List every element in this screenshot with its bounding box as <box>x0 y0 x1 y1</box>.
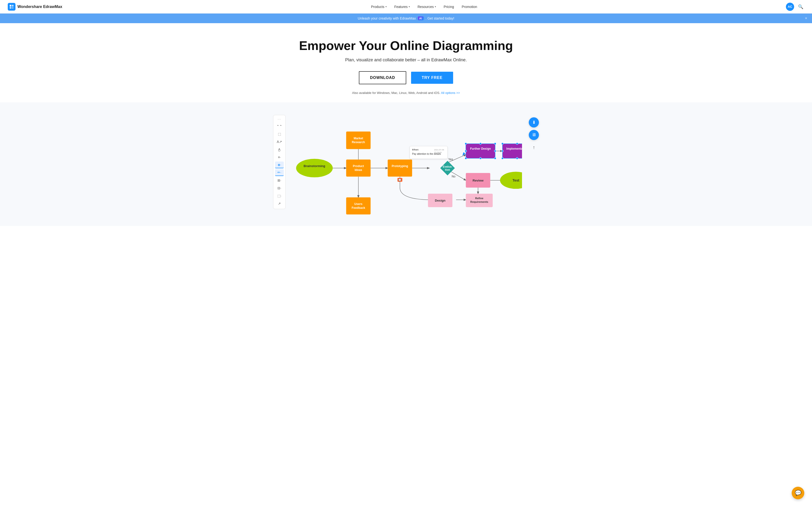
svg-text:💬: 💬 <box>398 178 401 181</box>
svg-text:Prototyping: Prototyping <box>392 164 408 168</box>
svg-text:Refine: Refine <box>475 196 483 200</box>
svg-text:Test: Test <box>513 178 519 182</box>
svg-text:Brainstorming: Brainstorming <box>304 164 325 168</box>
svg-rect-0 <box>10 5 11 6</box>
svg-text:Feedback: Feedback <box>352 206 365 210</box>
ai-badge: AI <box>418 16 424 20</box>
svg-text:Ideas: Ideas <box>355 168 362 172</box>
toolbar-format-btn[interactable]: A̲ <box>275 146 284 153</box>
hero-subtitle: Plan, visualize and collaborate better –… <box>8 57 804 62</box>
toolbar-list-btn[interactable]: ≡· <box>275 154 284 161</box>
nav-resources[interactable]: Resources ▾ <box>414 3 439 10</box>
scroll-up-button[interactable]: ↑ <box>529 143 539 153</box>
svg-text:Ethan:: Ethan: <box>412 149 419 151</box>
toolbar-select-btn[interactable]: ⬚ <box>275 131 284 137</box>
svg-rect-2 <box>10 7 11 9</box>
download-button[interactable]: DOWNLOAD <box>359 71 406 84</box>
nav-promotion[interactable]: Promotion <box>458 3 480 10</box>
svg-text:Market: Market <box>354 137 363 140</box>
svg-point-34 <box>479 157 481 159</box>
svg-text:Further Design: Further Design <box>470 147 491 151</box>
prototyping-node <box>388 160 412 177</box>
svg-point-42 <box>501 157 503 159</box>
market-research-node <box>346 131 370 149</box>
nav-pricing[interactable]: Pricing <box>440 3 457 10</box>
page-title: Empower Your Online Diagramming <box>8 39 804 53</box>
logo-text: Wondershare EdrawMax <box>17 5 62 9</box>
screen-action-button[interactable]: 🖥 <box>529 130 539 140</box>
svg-point-40 <box>501 150 503 152</box>
svg-point-32 <box>494 150 496 152</box>
chevron-down-icon: ▾ <box>435 5 436 8</box>
svg-text:Implementation: Implementation <box>506 147 522 151</box>
svg-point-35 <box>494 157 496 159</box>
logo[interactable]: Wondershare EdrawMax <box>8 3 62 11</box>
chevron-down-icon: ▾ <box>409 5 410 8</box>
svg-point-43 <box>516 157 518 159</box>
avatar[interactable]: AC <box>786 3 794 11</box>
banner-text-after: . Get started today! <box>425 16 454 20</box>
nav-links: Products ▾ Features ▾ Resources ▾ Pricin… <box>367 3 480 10</box>
svg-point-28 <box>465 143 467 145</box>
svg-text:Users: Users <box>354 202 362 206</box>
toolbar-pen-btn[interactable]: ✏· <box>275 169 284 176</box>
evaluation-node <box>440 161 455 175</box>
hero-buttons: DOWNLOAD TRY FREE <box>8 71 804 84</box>
nav-products[interactable]: Products ▾ <box>367 3 390 10</box>
svg-point-37 <box>501 143 503 145</box>
flowchart-svg: Yes No Brainstorming Market Research Pro… <box>290 110 522 216</box>
promo-banner: Unleash your creativity with EdrawMax AI… <box>0 13 812 23</box>
svg-text:Research: Research <box>352 140 365 144</box>
toolbar-text-btn[interactable]: A↗ <box>275 138 284 145</box>
svg-point-29 <box>479 143 481 145</box>
nav-right: AC 🔍 <box>786 3 804 11</box>
svg-text:Pay attention to the details: Pay attention to the details <box>412 152 441 155</box>
try-free-button[interactable]: TRY FREE <box>411 72 453 84</box>
hero-section: Empower Your Online Diagramming Plan, vi… <box>0 23 812 102</box>
right-action-buttons: ⬇ 🖥 ↑ <box>529 117 539 153</box>
svg-rect-1 <box>12 5 13 6</box>
toolbar-move-btn[interactable]: ⊞· <box>275 177 284 184</box>
product-ideas-node <box>346 160 370 177</box>
logo-icon <box>8 3 15 11</box>
toolbar-fill-btn[interactable]: ◈· <box>275 162 284 168</box>
svg-point-31 <box>465 150 467 152</box>
users-feedback-node <box>346 197 370 214</box>
svg-rect-3 <box>12 7 13 9</box>
availability-text: Also available for Windows, Mac, Linux, … <box>8 91 804 95</box>
svg-text:Product: Product <box>353 164 364 168</box>
svg-text:Design: Design <box>435 199 446 202</box>
implementation-node <box>502 144 522 158</box>
banner-close-button[interactable]: × <box>805 16 807 20</box>
toolbar-zoom-btn[interactable]: ⌃⌃ <box>275 123 284 130</box>
svg-point-33 <box>465 157 467 159</box>
nav-features[interactable]: Features ▾ <box>391 3 413 10</box>
banner-text-before: Unleash your creativity with EdrawMax <box>358 16 416 20</box>
diagram-section: ··· ⌃⌃ ⬚ A↗ A̲ ≡· ◈· ✏· ⊞· ⊟· ⬚· ↗ <box>0 102 812 226</box>
svg-text:tion: tion <box>445 168 450 171</box>
svg-point-38 <box>516 143 518 145</box>
further-design-node <box>466 144 495 158</box>
flowchart-canvas: Yes No Brainstorming Market Research Pro… <box>290 110 522 216</box>
all-options-link[interactable]: All options >> <box>441 91 460 95</box>
brainstorming-node <box>296 159 333 177</box>
svg-text:2021-07-09: 2021-07-09 <box>434 149 444 151</box>
svg-text:Evalua-: Evalua- <box>443 165 452 168</box>
toolbar-dots: ··· <box>278 117 281 121</box>
search-icon[interactable]: 🔍 <box>797 3 804 10</box>
svg-text:Requirements: Requirements <box>470 201 488 203</box>
left-toolbar: ··· ⌃⌃ ⬚ A↗ A̲ ≡· ◈· ✏· ⊞· ⊟· ⬚· ↗ <box>273 115 286 209</box>
toolbar-export-btn[interactable]: ↗ <box>275 200 284 207</box>
chevron-down-icon: ▾ <box>386 5 387 8</box>
download-action-button[interactable]: ⬇ <box>529 117 539 127</box>
svg-text:Review: Review <box>472 179 484 182</box>
toolbar-align-btn[interactable]: ⊟· <box>275 185 284 191</box>
yes-label: Yes <box>448 158 453 161</box>
navbar: Wondershare EdrawMax Products ▾ Features… <box>0 0 812 13</box>
svg-point-30 <box>494 143 496 145</box>
no-label: No <box>452 175 456 178</box>
toolbar-frame-btn[interactable]: ⬚· <box>275 192 284 199</box>
diagram-wrapper: ··· ⌃⌃ ⬚ A↗ A̲ ≡· ◈· ✏· ⊞· ⊟· ⬚· ↗ <box>273 110 539 216</box>
